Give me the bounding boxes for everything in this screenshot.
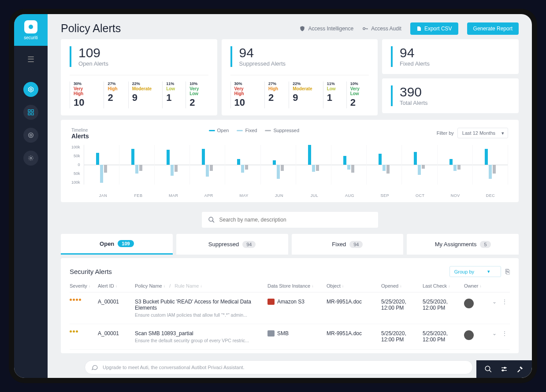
tab-fixed[interactable]: Fixed94	[292, 234, 404, 255]
alerts-table: Security Alerts Group by▾ ⎘ Severity↓ Al…	[61, 258, 519, 353]
severity-item: 11%Low1	[323, 81, 336, 108]
col-datastore[interactable]: Data Store Instance↓	[267, 283, 325, 288]
col-object[interactable]: Object↓	[327, 283, 379, 288]
severity-item: 10%Very Low2	[186, 81, 208, 108]
chart-plot	[84, 145, 508, 185]
cell-alert-id: A_00001	[98, 330, 133, 337]
nav-icon-dashboard[interactable]	[23, 105, 38, 120]
chevron-down-icon: ▾	[501, 130, 504, 136]
sliders-icon[interactable]	[500, 365, 508, 373]
timeline-chart-card: Timeline Alerts Open Fixed Suppressed Fi…	[61, 120, 519, 202]
fixed-alerts-count: 94	[400, 46, 510, 59]
col-owner[interactable]: Owner↓	[464, 283, 490, 288]
chevron-down-icon[interactable]: ⌄	[492, 330, 497, 337]
severity-item: 30%Very High10	[230, 81, 254, 108]
cell-owner	[464, 299, 490, 308]
copy-icon[interactable]: ⎘	[505, 268, 510, 276]
severity-dots	[70, 330, 96, 333]
logo-icon	[24, 20, 37, 33]
chart-x-axis: JANFEBMARAPRMAYJUNJULAUGSEPOCTNOVDEC	[85, 193, 508, 198]
chart-y-axis: 100k50k050k100k	[71, 145, 84, 185]
nav-icon-target[interactable]	[23, 128, 38, 143]
more-icon[interactable]: ⋮	[502, 299, 507, 305]
chevron-down-icon[interactable]: ⌄	[492, 299, 497, 305]
severity-item: 22%Moderate9	[128, 81, 152, 108]
svg-rect-3	[31, 110, 33, 112]
svg-point-7	[30, 134, 32, 136]
chart-overline: Timeline	[71, 128, 209, 133]
svg-point-6	[29, 133, 33, 138]
card-fixed-alerts: 94 Fixed Alerts	[382, 39, 519, 74]
cell-alert-id: A_00001	[98, 299, 133, 305]
tab-suppressed[interactable]: Suppressed94	[176, 234, 288, 255]
brand-name: securiti	[24, 35, 38, 40]
svg-rect-2	[28, 110, 30, 112]
cell-object: MR-9951A.doc	[327, 330, 379, 337]
svg-point-11	[485, 366, 490, 371]
cell-owner	[464, 330, 490, 340]
link-access-intelligence[interactable]: Access Intelligence	[299, 26, 353, 32]
table-title: Security Alerts	[70, 268, 449, 275]
tab-open[interactable]: Open109	[61, 234, 173, 255]
chat-icon	[91, 364, 98, 371]
search-icon	[208, 216, 215, 223]
shield-check-icon	[299, 26, 305, 32]
hamburger-icon[interactable]: ☰	[27, 55, 34, 64]
open-alerts-count: 109	[78, 46, 208, 59]
severity-dots	[70, 299, 96, 301]
col-policy[interactable]: Policy Name↓/Rule Name↓	[135, 283, 266, 288]
svg-point-1	[30, 89, 32, 90]
search-icon[interactable]	[484, 365, 492, 373]
brand-logo: securiti	[14, 14, 48, 46]
link-access-audit[interactable]: Access Audit	[362, 26, 401, 32]
avatar	[464, 330, 474, 340]
file-icon	[416, 26, 422, 31]
severity-item: 11%Low1	[162, 81, 175, 108]
filter-label: Filter by	[437, 130, 454, 136]
group-by-select[interactable]: Group by▾	[449, 266, 501, 277]
tab-my-assignments[interactable]: My Assignments5	[407, 234, 519, 255]
auti-banner[interactable]: Upgrade to meet Auti, the conversational…	[85, 360, 473, 374]
total-alerts-count: 390	[400, 85, 510, 99]
svg-point-13	[502, 370, 504, 371]
col-alert-id[interactable]: Alert ID↓	[98, 283, 133, 288]
cell-policy: S3 Bucket Public 'READ' Access for Medic…	[135, 299, 266, 318]
nav-icon-settings[interactable]	[23, 151, 38, 166]
more-icon[interactable]: ⋮	[502, 330, 507, 337]
chevron-down-icon: ▾	[487, 269, 490, 274]
suppressed-alerts-label: Suppressed Alerts	[239, 60, 369, 67]
severity-item: 10%Very Low2	[346, 81, 369, 108]
severity-item: 30%Very High10	[70, 81, 93, 108]
cell-object: MR-9951A.doc	[327, 299, 379, 305]
filter-select[interactable]: Last 12 Months ▾	[457, 128, 508, 138]
export-csv-button[interactable]: Export CSV	[410, 22, 458, 35]
fixed-alerts-label: Fixed Alerts	[400, 60, 510, 67]
generate-report-button[interactable]: Generate Report	[467, 22, 519, 35]
col-severity[interactable]: Severity↓	[70, 283, 96, 288]
avatar	[464, 299, 474, 308]
suppressed-severity-breakdown: 30%Very High1027%High222%Moderate911%Low…	[230, 75, 369, 108]
chart-title: Alerts	[71, 133, 209, 140]
card-total-alerts: 390 Total Alerts	[382, 78, 519, 113]
cell-policy: Scan SMB 10893_partialEnsure the default…	[135, 330, 266, 343]
suppressed-alerts-count: 94	[239, 46, 369, 59]
open-alerts-label: Open Alerts	[78, 60, 208, 67]
page-header: Policy Alerts Access Intelligence Access…	[48, 14, 532, 39]
col-opened[interactable]: Opened↓	[381, 283, 421, 288]
svg-marker-0	[29, 87, 33, 92]
search-input[interactable]	[219, 217, 372, 223]
table-head: Severity↓ Alert ID↓ Policy Name↓/Rule Na…	[70, 277, 510, 292]
footer-tools	[476, 360, 532, 378]
main-content: Policy Alerts Access Intelligence Access…	[48, 14, 532, 378]
svg-rect-4	[28, 113, 30, 115]
table-row[interactable]: A_00001S3 Bucket Public 'READ' Access fo…	[70, 292, 510, 324]
search-box[interactable]	[202, 212, 378, 228]
nav-icon-policy[interactable]	[23, 82, 38, 97]
card-suppressed-alerts: 94 Suppressed Alerts 30%Very High1027%Hi…	[222, 39, 378, 115]
svg-rect-5	[31, 113, 33, 115]
card-open-alerts: 109 Open Alerts 30%Very High1027%High222…	[61, 39, 217, 115]
col-last-check[interactable]: Last Check↓	[423, 283, 462, 288]
chart-legend: Open Fixed Suppressed	[209, 128, 300, 133]
hammer-icon[interactable]	[516, 365, 524, 373]
table-row[interactable]: A_00001Scan SMB 10893_partialEnsure the …	[70, 324, 510, 350]
